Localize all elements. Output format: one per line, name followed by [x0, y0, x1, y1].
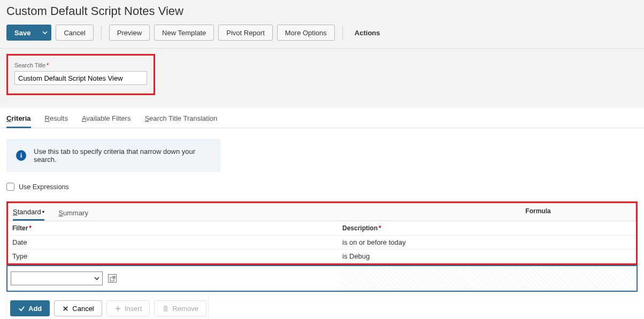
tab-criteria[interactable]: Criteria [6, 109, 31, 128]
save-button[interactable]: Save [6, 25, 39, 41]
search-title-label: Search Title* [14, 62, 49, 68]
insert-row-button: Insert [106, 300, 150, 316]
col-header-filter[interactable]: Filter* [8, 221, 338, 236]
info-text: Use this tab to specify criteria that na… [34, 147, 211, 164]
remove-row-button: Remove [154, 300, 206, 316]
toolbar-separator [101, 26, 102, 40]
tab-search-title-translation[interactable]: Search Title Translation [144, 109, 217, 128]
info-icon: i [16, 150, 26, 161]
new-template-button[interactable]: New Template [154, 25, 214, 41]
use-expressions-checkbox[interactable] [6, 183, 14, 191]
cancel-button[interactable]: Cancel [56, 25, 93, 41]
cell-filter[interactable]: Type [8, 250, 338, 263]
chevron-down-icon[interactable] [92, 272, 102, 285]
disabled-area [341, 266, 637, 291]
col-header-description[interactable]: Description* [338, 221, 636, 236]
table-row[interactable]: Dateis on or before today [8, 236, 636, 250]
subtab-standard[interactable]: Standard• [13, 208, 44, 221]
search-title-input[interactable] [14, 71, 147, 85]
open-popup-icon[interactable] [108, 274, 117, 283]
search-title-field-highlight: Search Title* [6, 54, 155, 95]
criteria-grid: Filter* Description* Dateis on or before… [8, 221, 636, 263]
info-box: i Use this tab to specify criteria that … [6, 139, 220, 172]
top-toolbar: Save Cancel Preview New Template Pivot R… [6, 25, 638, 41]
close-icon [62, 305, 69, 312]
actions-link[interactable]: Actions [350, 29, 385, 37]
filter-combo-input[interactable] [11, 271, 103, 285]
save-dropdown-button[interactable] [39, 25, 51, 41]
main-tabs: Criteria Results Available Filters Searc… [0, 109, 644, 128]
use-expressions-label: Use Expressions [19, 183, 69, 191]
cancel-row-button[interactable]: Cancel [54, 300, 102, 316]
plus-icon [114, 305, 121, 312]
preview-button[interactable]: Preview [109, 25, 150, 41]
new-criteria-row [6, 265, 638, 292]
pivot-report-button[interactable]: Pivot Report [218, 25, 273, 41]
cell-filter[interactable]: Date [8, 236, 338, 250]
filter-combo[interactable] [11, 271, 103, 285]
col-header-formula[interactable]: Formula [447, 204, 629, 218]
more-options-button[interactable]: More Options [277, 25, 335, 41]
cell-description[interactable]: is Debug [338, 250, 636, 263]
caret-down-icon [42, 30, 48, 35]
page-title: Custom Default Script Notes View [6, 4, 638, 18]
tab-results[interactable]: Results [45, 109, 68, 128]
subtab-summary[interactable]: Summary [58, 209, 88, 220]
toolbar-separator [342, 26, 343, 40]
cell-description[interactable]: is on or before today [338, 236, 636, 250]
row-actions: Add Cancel Insert Remove [6, 294, 209, 319]
table-row[interactable]: Typeis Debug [8, 250, 636, 263]
check-icon [18, 305, 25, 312]
trash-icon [162, 305, 169, 312]
required-star-icon: * [47, 62, 49, 68]
add-row-button[interactable]: Add [10, 300, 50, 316]
tab-available-filters[interactable]: Available Filters [82, 109, 131, 128]
